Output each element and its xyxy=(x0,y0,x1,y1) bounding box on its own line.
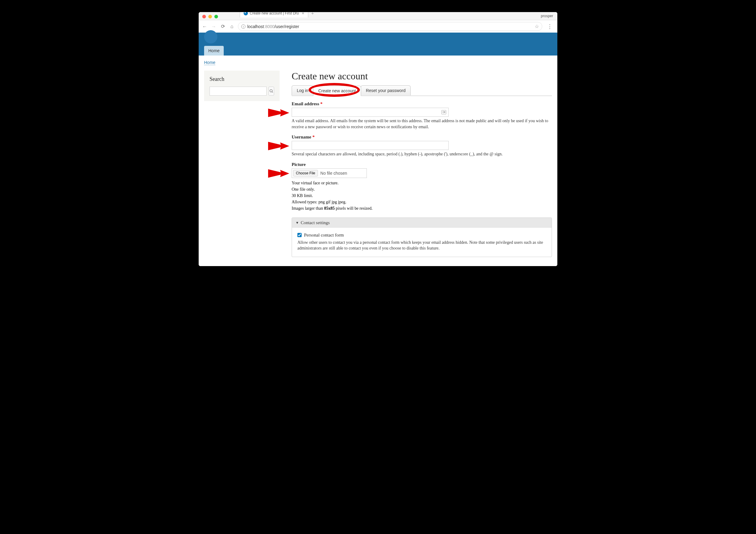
close-window-button[interactable] xyxy=(202,15,206,18)
local-tasks-tabs: Log inCreate new accountReset your passw… xyxy=(292,85,552,96)
sidebar: Search xyxy=(204,71,280,101)
browser-window: Create new account | First Dru × + prosp… xyxy=(199,12,557,266)
email-label: Email address * xyxy=(292,101,552,107)
username-field[interactable] xyxy=(292,141,449,150)
home-button[interactable]: ⌂ xyxy=(229,24,235,30)
bookmark-star-icon[interactable]: ☆ xyxy=(535,24,539,29)
address-bar[interactable]: i localhost:8000/user/register ☆ xyxy=(238,22,542,31)
back-button[interactable]: ← xyxy=(202,24,208,30)
form-item-picture: Picture Choose File No file chosen Your … xyxy=(292,162,552,212)
search-block-title: Search xyxy=(209,76,274,82)
required-indicator: * xyxy=(320,101,323,106)
svg-marker-3 xyxy=(268,142,289,150)
tab-login[interactable]: Log in xyxy=(292,85,313,95)
file-upload[interactable]: Choose File No file chosen xyxy=(292,168,367,178)
browser-tab[interactable]: Create new account | First Dru × xyxy=(240,12,308,17)
svg-marker-4 xyxy=(268,169,289,178)
breadcrumb-home[interactable]: Home xyxy=(204,60,215,65)
picture-description: Your virtual face or picture. One file o… xyxy=(292,180,552,212)
reload-button[interactable]: ⟳ xyxy=(220,24,226,30)
tab-reset-password[interactable]: Reset your password xyxy=(361,85,411,95)
url-port: :8000 xyxy=(264,24,274,29)
forward-button[interactable]: → xyxy=(211,24,217,30)
window-controls xyxy=(199,13,222,20)
svg-marker-2 xyxy=(268,109,289,117)
minimize-window-button[interactable] xyxy=(208,15,212,18)
contact-card-icon xyxy=(442,110,446,114)
search-icon xyxy=(269,89,274,93)
tab-create-account[interactable]: Create new account xyxy=(313,86,361,96)
url-host: localhost xyxy=(247,24,264,29)
annotation-arrow-icon xyxy=(268,107,289,118)
page: Home Home Search xyxy=(199,33,557,266)
contact-settings-summary[interactable]: ▼ Contact settings xyxy=(292,218,552,228)
email-description: A valid email address. All emails from t… xyxy=(292,118,552,130)
browser-chrome: Create new account | First Dru × + prosp… xyxy=(199,12,557,33)
svg-line-1 xyxy=(272,92,273,93)
required-indicator: * xyxy=(312,135,315,140)
maximize-window-button[interactable] xyxy=(214,15,218,18)
browser-tab-bar: Create new account | First Dru × + xyxy=(222,12,317,17)
search-button[interactable] xyxy=(268,87,274,96)
page-title: Create new account xyxy=(292,71,552,82)
main-content: Create new account Log inCreate new acco… xyxy=(292,71,552,257)
personal-contact-description: Allow other users to contact you via a p… xyxy=(297,240,546,251)
personal-contact-checkbox[interactable] xyxy=(297,233,302,237)
site-header xyxy=(199,33,557,46)
primary-nav: Home xyxy=(199,46,557,56)
svg-point-0 xyxy=(270,89,272,92)
address-bar-row: ← → ⟳ ⌂ i localhost:8000/user/register ☆… xyxy=(199,20,557,33)
browser-menu-button[interactable]: ⋮ xyxy=(545,23,554,30)
email-field[interactable] xyxy=(292,108,449,117)
username-label: Username * xyxy=(292,135,552,140)
breadcrumb: Home xyxy=(204,60,552,65)
site-info-icon[interactable]: i xyxy=(241,24,245,29)
search-input[interactable] xyxy=(209,87,267,96)
browser-profile[interactable]: prosper xyxy=(536,12,557,20)
form-item-email: Email address * A valid email address. A… xyxy=(292,101,552,130)
nav-tab-home[interactable]: Home xyxy=(204,46,224,56)
username-description: Several special characters are allowed, … xyxy=(292,151,552,157)
choose-file-button[interactable]: Choose File xyxy=(293,170,318,176)
file-status: No file chosen xyxy=(320,171,365,176)
new-tab-button[interactable]: + xyxy=(308,12,317,17)
picture-label: Picture xyxy=(292,162,552,167)
annotation-arrow-icon xyxy=(268,140,289,151)
drupal-favicon-icon xyxy=(244,12,248,15)
contact-settings-panel: ▼ Contact settings Personal contact form… xyxy=(292,217,552,257)
personal-contact-label[interactable]: Personal contact form xyxy=(304,233,344,238)
site-logo-icon[interactable] xyxy=(204,30,217,43)
tab-title: Create new account | First Dru xyxy=(250,12,299,15)
annotation-arrow-icon xyxy=(268,168,289,179)
close-tab-icon[interactable]: × xyxy=(302,12,304,16)
url-path: /user/register xyxy=(274,24,299,29)
form-item-username: Username * Several special characters ar… xyxy=(292,135,552,157)
caret-down-icon: ▼ xyxy=(296,221,299,224)
